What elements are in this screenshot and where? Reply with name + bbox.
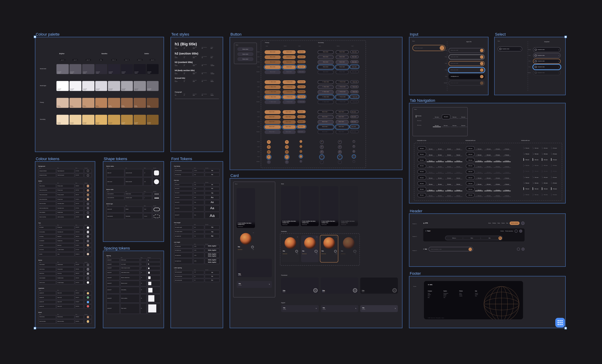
- tab[interactable]: ✈Tab name: [551, 187, 559, 191]
- frame-text-styles[interactable]: Text styles h1 (Big title)FontSizeLine h…: [171, 37, 223, 152]
- button[interactable]: ✈Button label: [336, 90, 349, 94]
- tab[interactable]: Tab name: [418, 181, 426, 186]
- button[interactable]: Button label: [336, 60, 349, 64]
- colour-swatch[interactable]: primary #A97753: [108, 98, 120, 108]
- button[interactable]: ✈Button label: [350, 95, 359, 98]
- tab[interactable]: Tab name: [454, 176, 462, 179]
- nav-link[interactable]: Private spaceships: [505, 230, 513, 232]
- tab[interactable]: ✈Tab name: [466, 158, 475, 162]
- add-icon-button[interactable]: +: [295, 250, 298, 252]
- tab[interactable]: ✈Tab name: [533, 164, 541, 167]
- edit-icon[interactable]: ✎: [395, 308, 396, 310]
- button[interactable]: Button label: [297, 60, 306, 63]
- tab[interactable]: Tab name: [445, 181, 453, 185]
- button[interactable]: ✈Button label: [283, 90, 296, 94]
- tab[interactable]: Tab name: [416, 114, 430, 118]
- arrow-icon-button[interactable]: →: [392, 288, 397, 292]
- button[interactable]: Button label→: [350, 125, 359, 128]
- button[interactable]: ✈Button label: [265, 90, 281, 94]
- button[interactable]: ✈Button label: [283, 85, 296, 89]
- footer-link[interactable]: Events: [444, 296, 456, 296]
- button[interactable]: Button label: [350, 55, 359, 58]
- tab[interactable]: ✈Tab name: [503, 146, 511, 150]
- colour-swatch[interactable]: neutral-light #F4F3F7: [69, 81, 82, 91]
- nav-link[interactable]: Events: [502, 222, 505, 224]
- select-input[interactable]: Dropdown value▾: [533, 59, 561, 64]
- tab[interactable]: ✈Tab name: [542, 152, 550, 156]
- tab[interactable]: Tab name: [418, 152, 426, 156]
- tab[interactable]: ✈Tab name: [542, 164, 550, 167]
- nav-link[interactable]: Visa: [506, 222, 508, 224]
- tab[interactable]: ✈Tab name: [551, 193, 559, 197]
- submit-icon-button[interactable]: →: [480, 68, 484, 72]
- icon-button[interactable]: ✈: [338, 140, 342, 144]
- frame-title-spacing-tokens[interactable]: Spacing tokens: [104, 246, 130, 250]
- colour-swatch[interactable]: neutral-dark #201E29: [121, 64, 133, 74]
- tab[interactable]: Tab name: [436, 181, 444, 185]
- icon-button[interactable]: ✈: [338, 145, 342, 149]
- heart-icon[interactable]: ♡: [316, 236, 317, 238]
- button[interactable]: Button label→: [336, 120, 349, 124]
- tab[interactable]: Tab name: [454, 146, 462, 150]
- tab[interactable]: Tab name: [454, 152, 462, 156]
- tab[interactable]: Tab name: [418, 164, 426, 168]
- frame-title-colour-palette[interactable]: Colour palette: [36, 32, 60, 37]
- tab[interactable]: ✈Tab name: [484, 181, 493, 185]
- icon-button[interactable]: ✈: [300, 155, 302, 157]
- footer-link[interactable]: Destinations: [444, 293, 456, 293]
- footer-link[interactable]: Shuttles: [444, 294, 456, 295]
- icon-button[interactable]: ✈: [267, 150, 271, 154]
- colour-swatch[interactable]: neutral-light #E8E6EC: [82, 81, 94, 91]
- tab[interactable]: ✈Tab name: [475, 164, 483, 167]
- tab[interactable]: ✈Tab name: [494, 146, 502, 150]
- tab[interactable]: Tab name: [454, 164, 462, 167]
- icon-button[interactable]: ✈: [285, 145, 289, 149]
- icon-button[interactable]: ✈: [320, 140, 324, 144]
- button[interactable]: ✈Button label: [336, 95, 349, 99]
- colour-swatch[interactable]: primary #BA835B: [95, 98, 107, 108]
- tab[interactable]: ✈Tab name: [484, 158, 493, 162]
- tab[interactable]: Tab name: [459, 114, 467, 119]
- tab[interactable]: Tab name: [427, 158, 435, 162]
- button[interactable]: Button label→: [336, 125, 349, 129]
- support-card[interactable]: TitleSubtitle✎: [360, 305, 398, 312]
- tab[interactable]: Tab name: [427, 176, 435, 179]
- frame-footer[interactable]: Footer Footer⊚MTBCompanyAboutCareersPres…: [409, 276, 566, 328]
- frame-title-button[interactable]: Button: [230, 32, 242, 37]
- tab[interactable]: ✈Tab name: [503, 176, 511, 179]
- news-card[interactable]: A news headline that takes multiple line…: [301, 186, 319, 226]
- tab[interactable]: ✈Tab name: [503, 164, 511, 167]
- text-input[interactable]: hello@jupiter.com→: [449, 74, 485, 79]
- tab[interactable]: ✈Tab name: [542, 170, 550, 173]
- button[interactable]: Button label: [336, 65, 349, 69]
- promo-card[interactable]: TitleAuthor→: [281, 278, 319, 294]
- button[interactable]: ✈Button label: [297, 100, 306, 103]
- icon-button[interactable]: ✈: [338, 150, 342, 154]
- button[interactable]: ✈Button label: [265, 80, 281, 84]
- add-icon-button[interactable]: +: [251, 246, 254, 248]
- button[interactable]: Button label: [283, 55, 296, 59]
- footer-link[interactable]: Press: [428, 296, 440, 296]
- tab[interactable]: ✈Tab name: [494, 164, 502, 167]
- icon-button[interactable]: ✈: [320, 145, 324, 149]
- news-card[interactable]: A news headline that takes multiple line…: [320, 186, 338, 226]
- edit-icon[interactable]: ✎: [316, 308, 317, 310]
- tab[interactable]: ✈Tab name: [551, 176, 559, 179]
- heart-icon[interactable]: ♡: [336, 236, 337, 238]
- tab[interactable]: Tab name: [436, 176, 444, 179]
- support-card[interactable]: TitleSubtitle✎: [281, 305, 319, 312]
- icon-button[interactable]: ✈: [285, 140, 289, 144]
- submit-icon-button[interactable]: →: [480, 81, 484, 85]
- arrow-icon-button[interactable]: →: [313, 288, 318, 292]
- footer-link[interactable]: Contact: [475, 294, 487, 295]
- button[interactable]: ✈Button label: [350, 85, 359, 88]
- colour-swatch[interactable]: secondary #9A7034: [134, 115, 146, 125]
- tab[interactable]: ✈Tab name: [466, 146, 475, 150]
- tab[interactable]: ✈Tab name: [542, 181, 550, 185]
- colour-swatch[interactable]: neutral-dark #1B1923: [134, 64, 146, 74]
- tab[interactable]: ✈Tab name: [542, 176, 550, 179]
- button[interactable]: Button label→: [336, 130, 349, 134]
- tab[interactable]: ✈Tab name: [551, 158, 559, 161]
- icon-button[interactable]: ✈: [285, 155, 289, 159]
- tab[interactable]: ✈Tab name: [466, 170, 475, 174]
